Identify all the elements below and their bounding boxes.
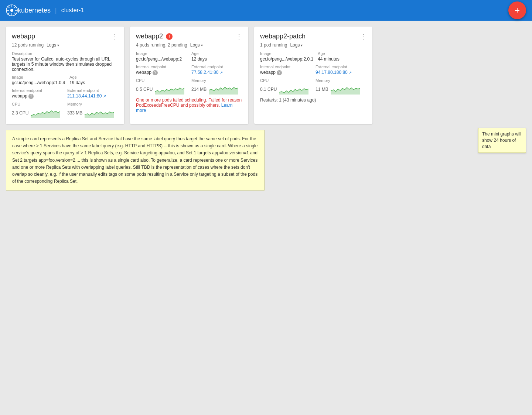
card-title: webapp2-patch <box>260 32 306 40</box>
card-title: webapp <box>12 32 35 40</box>
info-box: A simple card represents a Replica Set a… <box>6 130 265 191</box>
cpu-label: CPU <box>12 102 63 106</box>
logs-button[interactable]: Logs ▾ <box>290 42 303 48</box>
svg-line-9 <box>8 13 10 15</box>
help-icon[interactable]: ? <box>277 70 282 75</box>
card-title: webapp2 <box>136 32 163 40</box>
cpu-sparkline <box>279 84 308 95</box>
svg-marker-12 <box>155 88 184 95</box>
image-age-row: Image gcr.io/peng.../webapp:1.0.4 Age 19… <box>12 75 118 88</box>
image-age-row: Image gcr.io/peng.../webapp:2.0.1 Age 44… <box>260 51 366 65</box>
memory-label: Memory <box>316 78 366 83</box>
header: kubernetes | cluster-1 + <box>0 0 532 21</box>
pods-running-text: 4 pods running, 2 pending <box>136 42 187 48</box>
endpoint-row: Internal endpoint webapp ? External endp… <box>12 88 118 102</box>
memory-label: Memory <box>191 78 242 83</box>
external-endpoint-link[interactable]: 211.18.44.141:80 <box>67 93 102 99</box>
card-title-row: webapp2 ! <box>136 32 173 40</box>
error-icon: ! <box>166 33 173 40</box>
help-icon[interactable]: ? <box>153 70 158 75</box>
svg-marker-10 <box>31 111 60 118</box>
logs-button[interactable]: Logs ▾ <box>190 42 203 48</box>
internal-endpoint-value: webapp ? <box>136 70 187 75</box>
card-title-row: webapp2-patch <box>260 32 306 40</box>
logs-dropdown-icon: ▾ <box>301 43 303 47</box>
cpu-sparkline <box>155 84 184 95</box>
cpu-value: 0.1 CPU <box>260 87 277 92</box>
external-link-icon: ↗ <box>103 94 106 98</box>
age-value: 44 minutes <box>318 56 366 62</box>
memory-metric: 11 MB <box>316 84 366 95</box>
external-endpoint-value: 211.18.44.141:80 ↗ <box>67 93 118 99</box>
internal-endpoint-value: webapp ? <box>260 70 311 75</box>
memory-metric: 214 MB <box>191 84 242 95</box>
cards-row: webapp ⋮ 12 pods running Logs ▾ Descript… <box>6 27 526 124</box>
memory-sparkline <box>85 108 114 118</box>
card-webapp2: webapp2 ! ⋮ 4 pods running, 2 pending Lo… <box>130 27 248 124</box>
external-endpoint-value: 94.17.80.180:80 ↗ <box>316 70 366 75</box>
add-button[interactable]: + <box>508 1 526 19</box>
internal-endpoint-label: Internal endpoint <box>12 88 63 93</box>
cpu-label: CPU <box>260 78 311 83</box>
card-title-row: webapp <box>12 32 35 40</box>
memory-value: 214 MB <box>191 87 207 92</box>
cpu-metric: 0.5 CPU <box>136 84 187 95</box>
cluster-name: cluster-1 <box>61 7 84 14</box>
cpu-value: 2.3 CPU <box>12 110 28 116</box>
card-menu-icon[interactable]: ⋮ <box>112 33 118 40</box>
cpu-metric: 0.1 CPU <box>260 84 311 95</box>
cpu-value: 0.5 CPU <box>136 87 153 92</box>
pods-running-text: 1 pod running <box>260 42 287 48</box>
external-endpoint-value: 77.58.2.41:80 ↗ <box>191 70 242 75</box>
pods-running-text: 12 pods running <box>12 42 44 48</box>
age-value: 19 days <box>69 80 118 85</box>
cpu-sparkline <box>31 108 60 118</box>
age-label: Age <box>318 51 366 56</box>
pod-status: 1 pod running Logs ▾ <box>260 42 366 48</box>
app-name: kubernetes <box>18 7 51 14</box>
external-link-icon: ↗ <box>349 71 352 75</box>
logs-dropdown-icon: ▾ <box>201 43 203 47</box>
metrics-row: CPU 0.5 CPU Memory 214 MB <box>136 78 242 95</box>
memory-value: 333 MB <box>67 110 82 116</box>
main-content: webapp ⋮ 12 pods running Logs ▾ Descript… <box>0 21 532 196</box>
svg-point-1 <box>10 9 13 12</box>
internal-endpoint-label: Internal endpoint <box>260 65 311 69</box>
pod-status: 4 pods running, 2 pending Logs ▾ <box>136 42 242 48</box>
svg-marker-14 <box>279 89 308 95</box>
pod-status: 12 pods running Logs ▾ <box>12 42 118 48</box>
logs-dropdown-icon: ▾ <box>57 43 59 47</box>
tooltip-bubble: The mini graphs will show 24 hours of da… <box>478 128 526 153</box>
svg-line-6 <box>8 6 10 8</box>
svg-line-7 <box>14 13 16 15</box>
image-value: gcr.io/peng.../webapp:2 <box>136 56 187 62</box>
memory-value: 11 MB <box>316 87 328 92</box>
endpoint-row: Internal endpoint webapp ? External endp… <box>260 65 366 78</box>
external-endpoint-link[interactable]: 77.58.2.41:80 <box>191 70 218 75</box>
external-endpoint-label: External endpoint <box>67 88 118 93</box>
age-value: 12 days <box>191 56 242 62</box>
metrics-row: CPU 0.1 CPU Memory 11 MB <box>260 78 366 95</box>
header-divider: | <box>55 7 57 14</box>
description-value: Test server for Calico, auto-cycles thro… <box>12 56 118 72</box>
age-label: Age <box>69 75 118 79</box>
memory-metric: 333 MB <box>67 108 118 118</box>
cpu-metric: 2.3 CPU <box>12 108 63 118</box>
help-icon[interactable]: ? <box>28 94 34 99</box>
kubernetes-logo-icon <box>6 4 18 16</box>
card-menu-icon[interactable]: ⋮ <box>236 33 242 40</box>
internal-endpoint-label: Internal endpoint <box>136 65 187 69</box>
error-message: One or more pods failed scheduling. Fail… <box>136 97 242 113</box>
memory-sparkline <box>209 84 238 95</box>
description-label: Description <box>12 51 118 56</box>
card-webapp2-patch: webapp2-patch ⋮ 1 pod running Logs ▾ Ima… <box>254 27 372 124</box>
external-link-icon: ↗ <box>220 71 223 75</box>
external-endpoint-link[interactable]: 94.17.80.180:80 <box>316 70 348 75</box>
card-menu-icon[interactable]: ⋮ <box>360 33 366 40</box>
restart-info: Restarts: 1 (43 minutes ago) <box>260 97 366 103</box>
cpu-label: CPU <box>136 78 187 83</box>
external-endpoint-label: External endpoint <box>316 65 366 69</box>
image-age-row: Image gcr.io/peng.../webapp:2 Age 12 day… <box>136 51 242 65</box>
logs-button[interactable]: Logs ▾ <box>47 42 59 48</box>
svg-line-8 <box>14 6 16 8</box>
